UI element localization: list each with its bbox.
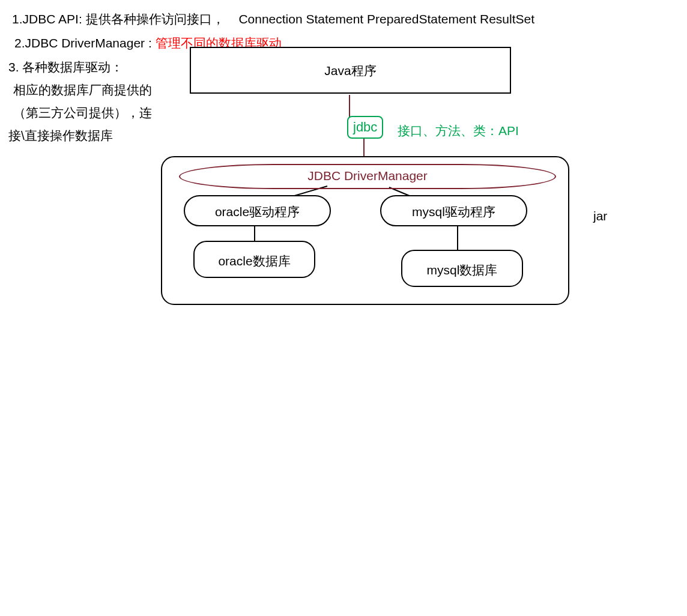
jdbc-badge-label: jdbc bbox=[353, 119, 377, 134]
api-text: 接口、方法、类：API bbox=[398, 122, 519, 139]
mysql-driver-box: mysql驱动程序 bbox=[380, 195, 527, 226]
jar-label: jar bbox=[593, 209, 607, 223]
mysql-db-label: mysql数据库 bbox=[427, 262, 498, 279]
connectors bbox=[0, 0, 687, 616]
oracle-driver-label: oracle驱动程序 bbox=[215, 204, 300, 220]
mysql-db-box: mysql数据库 bbox=[401, 250, 523, 287]
oracle-db-label: oracle数据库 bbox=[218, 253, 290, 270]
drivermanager-oval: JDBC DriverManager bbox=[179, 164, 556, 189]
mysql-driver-label: mysql驱动程序 bbox=[412, 204, 495, 220]
oracle-driver-box: oracle驱动程序 bbox=[184, 195, 331, 226]
drivermanager-label: JDBC DriverManager bbox=[307, 169, 428, 183]
jdbc-badge: jdbc bbox=[347, 116, 383, 139]
oracle-db-box: oracle数据库 bbox=[193, 241, 315, 278]
